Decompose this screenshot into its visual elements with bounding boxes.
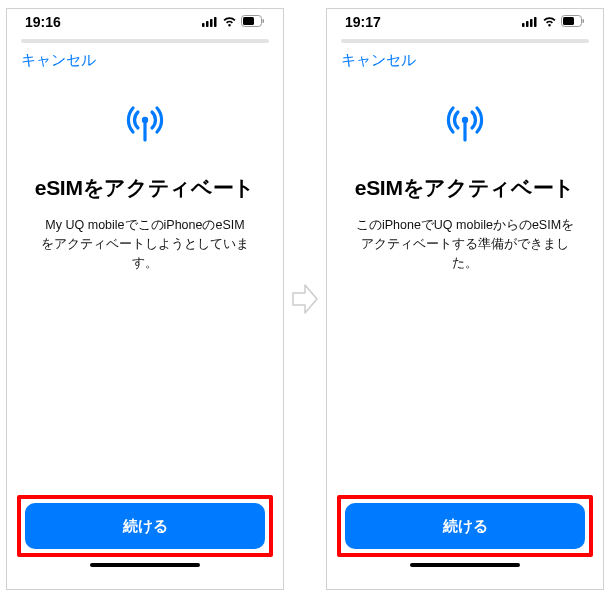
nav-bar: キャンセル xyxy=(327,51,603,76)
arrow-icon xyxy=(290,281,320,317)
svg-rect-6 xyxy=(263,19,265,23)
cancel-button[interactable]: キャンセル xyxy=(21,51,96,70)
cancel-button[interactable]: キャンセル xyxy=(341,51,416,70)
signal-icon xyxy=(522,14,538,30)
wifi-icon xyxy=(542,14,557,30)
svg-rect-12 xyxy=(534,17,537,27)
antenna-icon xyxy=(124,104,166,146)
signal-icon xyxy=(202,14,218,30)
svg-rect-3 xyxy=(214,17,217,27)
content-area: eSIMをアクティベート My UQ mobileでこのiPhoneのeSIM … xyxy=(7,76,283,495)
page-title: eSIMをアクティベート xyxy=(355,174,575,202)
svg-rect-2 xyxy=(210,19,213,27)
page-title: eSIMをアクティベート xyxy=(35,174,255,202)
svg-rect-0 xyxy=(202,23,205,27)
button-highlight: 続ける xyxy=(17,495,273,557)
svg-rect-14 xyxy=(563,17,574,25)
status-indicators xyxy=(522,14,585,30)
phone-screen-1: 19:16 キャンセル xyxy=(6,8,284,590)
status-time: 19:16 xyxy=(25,14,61,30)
continue-button[interactable]: 続ける xyxy=(25,503,265,549)
svg-rect-15 xyxy=(583,19,585,23)
svg-rect-9 xyxy=(522,23,525,27)
svg-rect-11 xyxy=(530,19,533,27)
antenna-icon xyxy=(444,104,486,146)
status-bar: 19:17 xyxy=(327,9,603,35)
content-area: eSIMをアクティベート このiPhoneでUQ mobileからのeSIMを … xyxy=(327,76,603,495)
status-time: 19:17 xyxy=(345,14,381,30)
progress-bar xyxy=(21,39,269,43)
footer: 続ける xyxy=(327,495,603,589)
button-highlight: 続ける xyxy=(337,495,593,557)
footer: 続ける xyxy=(7,495,283,589)
page-description: このiPhoneでUQ mobileからのeSIMを アクティベートする準備がで… xyxy=(347,216,583,272)
status-indicators xyxy=(202,14,265,30)
battery-icon xyxy=(241,14,265,30)
svg-rect-5 xyxy=(243,17,254,25)
page-description: My UQ mobileでこのiPhoneのeSIM をアクティベートしようとし… xyxy=(27,216,263,272)
svg-rect-1 xyxy=(206,21,209,27)
phone-screen-2: 19:17 キャンセル xyxy=(326,8,604,590)
nav-bar: キャンセル xyxy=(7,51,283,76)
home-indicator[interactable] xyxy=(90,563,200,567)
battery-icon xyxy=(561,14,585,30)
continue-button[interactable]: 続ける xyxy=(345,503,585,549)
progress-bar xyxy=(341,39,589,43)
svg-rect-10 xyxy=(526,21,529,27)
wifi-icon xyxy=(222,14,237,30)
home-indicator[interactable] xyxy=(410,563,520,567)
status-bar: 19:16 xyxy=(7,9,283,35)
